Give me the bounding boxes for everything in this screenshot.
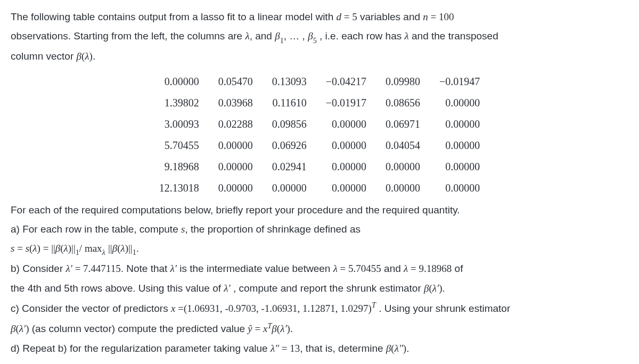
intro-line-2: observations. Starting from the left, th… — [11, 28, 628, 46]
table-cell: 12.13018 — [150, 177, 209, 198]
table-cell: 0.00000 — [316, 113, 376, 135]
var-beta: β — [55, 243, 60, 254]
question-b-line-2: the 4th and 5th rows above. Using this v… — [11, 280, 628, 297]
lasso-output-table: 0.000000.054700.13093−0.042170.09980−0.0… — [150, 71, 490, 198]
table-row: 5.704550.000000.069260.000000.040540.000… — [150, 135, 490, 156]
table-cell: 0.11610 — [263, 92, 316, 113]
text: . Note that — [121, 263, 170, 274]
table-row: 9.189680.000000.029410.000000.000000.000… — [150, 156, 490, 177]
table-cell: 0.02288 — [209, 113, 263, 135]
question-a-line-1: a) For each row in the table, compute s,… — [11, 221, 628, 238]
text: a) For each row in the table, compute — [11, 224, 181, 235]
table-cell: 0.00000 — [263, 177, 316, 198]
value: 13 — [290, 343, 300, 354]
var-d: d — [337, 11, 342, 22]
text: , compute and report the shrunk estimato… — [231, 283, 424, 294]
text: variables and — [357, 11, 423, 22]
text: . Using your shrunk estimator — [376, 303, 510, 314]
table-cell: 0.00000 — [376, 156, 430, 177]
text: column vector — [11, 51, 77, 62]
table-cell: 0.00000 — [430, 92, 489, 113]
question-b-line-1: b) Consider λ′ = 7.447115. Note that λ′ … — [11, 260, 628, 277]
var-beta: β — [112, 243, 117, 254]
text: is the intermediate value between — [177, 263, 333, 274]
value: 7.447115 — [83, 263, 121, 274]
vector-value: (1.06931, -0.9703, -1.06931, 1.12871, 1.… — [184, 303, 372, 314]
var-lambda: λ — [405, 30, 409, 42]
equals: = — [338, 263, 348, 274]
var-lambda: λ — [333, 263, 338, 274]
text: , the proportion of shrinkage defined as — [185, 224, 361, 235]
question-c-line-2: β(λ′) (as column vector) compute the pre… — [11, 319, 628, 338]
var-beta: β — [308, 30, 313, 42]
intro-line-1: The following table contains output from… — [11, 9, 628, 26]
text: d) Repeat b) for the regularization para… — [11, 343, 271, 354]
text: , … , — [284, 30, 308, 42]
question-d: d) Repeat b) for the regularization para… — [11, 340, 628, 357]
question-a-formula: s = s(λ) = ||β(λ)||1/ maxλ ||β(λ)||1. — [11, 240, 628, 258]
intro-line-3: column vector β(λ). — [11, 48, 628, 65]
var-lambda: λ — [64, 243, 68, 254]
var-lambda: λ — [120, 243, 125, 254]
value-n: 100 — [439, 11, 454, 22]
table-cell: 0.09980 — [376, 71, 430, 92]
text: , i.e. each row has — [317, 30, 405, 42]
text: . — [136, 243, 139, 254]
table-cell: 0.00000 — [430, 113, 489, 135]
table-cell: 0.05470 — [209, 71, 263, 92]
table-cell: 0.08656 — [376, 92, 430, 113]
table-cell: −0.04217 — [316, 71, 376, 92]
equals: = — [14, 243, 25, 254]
var-beta: β — [275, 30, 280, 42]
var-n: n — [423, 11, 428, 22]
var-lambda-prime: λ′ — [432, 283, 439, 294]
table-row: 0.000000.054700.13093−0.042170.09980−0.0… — [150, 71, 490, 92]
table-cell: 0.00000 — [430, 135, 489, 156]
text: . — [290, 324, 293, 335]
table-cell: 0.00000 — [316, 135, 376, 156]
var-s: s — [26, 243, 29, 254]
text: and — [381, 263, 404, 274]
text: b) Consider — [11, 263, 66, 274]
norm-bars: || — [51, 243, 55, 254]
text: , that is, determine — [300, 343, 386, 354]
equals: = — [428, 11, 439, 22]
var-beta: β — [272, 324, 276, 335]
table-cell: 1.39802 — [150, 92, 209, 113]
text: observations. Starting from the left, th… — [11, 30, 245, 42]
table-cell: 0.00000 — [209, 135, 263, 156]
table-row: 3.000930.022880.098560.000000.069710.000… — [150, 113, 490, 135]
transpose-superscript: T — [372, 301, 376, 309]
norm-bars: || — [108, 243, 112, 254]
transpose-superscript: T — [267, 321, 272, 330]
equals: = — [252, 324, 263, 335]
table-cell: 0.00000 — [430, 156, 489, 177]
var-lambda-double-prime: λ″ — [271, 343, 279, 354]
table-cell: 0.00000 — [209, 177, 263, 198]
subscript: λ — [102, 248, 105, 257]
norm-bars: || — [71, 243, 76, 254]
value: 5.70455 — [348, 263, 381, 274]
table-cell: 0.02941 — [263, 156, 316, 177]
table-cell: 9.18968 — [150, 156, 209, 177]
question-c-line-1: c) Consider the vector of predictors x =… — [11, 299, 628, 318]
table-cell: 0.09856 — [263, 113, 316, 135]
subscript: 1 — [76, 248, 79, 257]
table-cell: 5.70455 — [150, 135, 209, 156]
equals: = — [279, 343, 290, 354]
table-cell: 3.00093 — [150, 113, 209, 135]
text: the 4th and 5th rows above. Using this v… — [11, 283, 224, 294]
var-lambda: λ — [245, 30, 249, 42]
var-lambda: λ — [85, 51, 89, 62]
subscript: 1 — [133, 248, 136, 257]
table-cell: 0.03968 — [209, 92, 263, 113]
var-lambda-prime: λ′ — [224, 283, 230, 294]
table-cell: 0.06926 — [263, 135, 316, 156]
text: c) Consider the vector of predictors — [11, 303, 171, 314]
max-operator: max — [85, 243, 102, 254]
table-cell: 0.04054 — [376, 135, 430, 156]
var-lambda-prime: λ′ — [19, 324, 26, 335]
equals: = — [175, 303, 183, 314]
norm-bars: || — [128, 243, 133, 254]
var-lambda: λ — [32, 243, 37, 254]
